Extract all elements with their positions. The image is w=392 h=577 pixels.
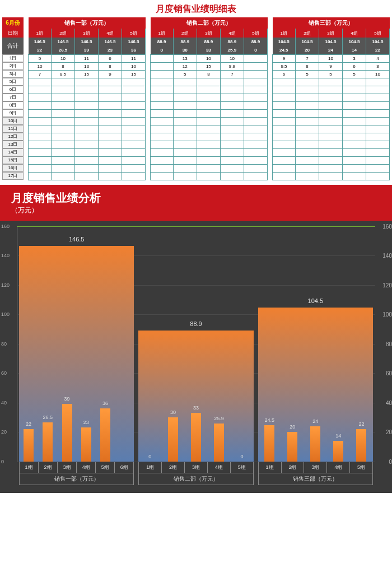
data-cell[interactable] [244, 78, 267, 86]
data-cell[interactable] [244, 86, 267, 94]
data-cell[interactable] [151, 86, 174, 94]
data-cell[interactable] [98, 156, 122, 164]
data-cell[interactable] [29, 109, 52, 117]
data-cell[interactable] [173, 148, 197, 156]
data-cell[interactable] [273, 156, 296, 164]
data-cell[interactable] [296, 164, 319, 172]
data-cell[interactable]: 9 [319, 62, 342, 70]
data-cell[interactable]: 10 [366, 70, 389, 78]
data-cell[interactable] [122, 125, 145, 133]
data-cell[interactable] [151, 133, 174, 141]
data-cell[interactable]: 8 [52, 62, 75, 70]
data-cell[interactable] [74, 156, 98, 164]
data-cell[interactable] [151, 101, 174, 109]
data-cell[interactable] [29, 78, 52, 86]
data-cell[interactable]: 15 [197, 62, 220, 70]
data-cell[interactable] [173, 78, 197, 86]
data-cell[interactable] [151, 94, 174, 101]
data-cell[interactable] [52, 156, 75, 164]
data-cell[interactable] [197, 117, 220, 125]
data-cell[interactable] [98, 101, 122, 109]
data-cell[interactable] [151, 125, 174, 133]
data-cell[interactable] [220, 164, 244, 172]
data-cell[interactable]: 12 [173, 62, 197, 70]
data-cell[interactable] [151, 141, 174, 148]
data-cell[interactable] [173, 164, 197, 172]
data-cell[interactable] [366, 156, 389, 164]
data-cell[interactable] [296, 117, 319, 125]
data-cell[interactable] [366, 78, 389, 86]
data-cell[interactable] [98, 133, 122, 141]
data-cell[interactable] [220, 125, 244, 133]
data-cell[interactable] [74, 133, 98, 141]
data-cell[interactable]: 10 [29, 62, 52, 70]
data-cell[interactable] [244, 70, 267, 78]
data-cell[interactable] [173, 101, 197, 109]
data-cell[interactable] [319, 148, 342, 156]
data-cell[interactable] [173, 156, 197, 164]
data-cell[interactable] [151, 172, 174, 180]
data-cell[interactable] [151, 148, 174, 156]
data-cell[interactable] [151, 54, 174, 62]
data-cell[interactable] [319, 172, 342, 180]
data-cell[interactable] [319, 125, 342, 133]
data-cell[interactable] [296, 94, 319, 101]
data-cell[interactable] [244, 148, 267, 156]
data-cell[interactable]: 3 [342, 54, 366, 62]
data-cell[interactable]: 10 [220, 54, 244, 62]
data-cell[interactable] [29, 125, 52, 133]
data-cell[interactable] [244, 117, 267, 125]
data-cell[interactable] [366, 164, 389, 172]
data-cell[interactable] [29, 117, 52, 125]
data-cell[interactable] [173, 94, 197, 101]
data-cell[interactable] [220, 78, 244, 86]
data-cell[interactable] [273, 78, 296, 86]
data-cell[interactable] [173, 141, 197, 148]
data-cell[interactable] [273, 117, 296, 125]
data-cell[interactable]: 9 [273, 54, 296, 62]
data-cell[interactable] [296, 141, 319, 148]
data-cell[interactable]: 7 [29, 70, 52, 78]
data-cell[interactable] [366, 94, 389, 101]
data-cell[interactable] [342, 164, 366, 172]
data-cell[interactable] [273, 133, 296, 141]
data-cell[interactable] [173, 117, 197, 125]
data-cell[interactable] [173, 109, 197, 117]
data-cell[interactable] [296, 172, 319, 180]
data-cell[interactable] [151, 70, 174, 78]
data-cell[interactable] [366, 148, 389, 156]
data-cell[interactable] [52, 125, 75, 133]
data-cell[interactable] [366, 109, 389, 117]
data-cell[interactable] [220, 101, 244, 109]
data-cell[interactable] [296, 156, 319, 164]
data-cell[interactable] [197, 172, 220, 180]
data-cell[interactable] [74, 94, 98, 101]
data-cell[interactable] [220, 94, 244, 101]
data-cell[interactable]: 7 [296, 54, 319, 62]
data-cell[interactable] [342, 94, 366, 101]
data-cell[interactable] [342, 148, 366, 156]
data-cell[interactable] [74, 109, 98, 117]
data-cell[interactable] [74, 148, 98, 156]
data-cell[interactable] [319, 164, 342, 172]
data-cell[interactable]: 9 [98, 70, 122, 78]
data-cell[interactable] [296, 148, 319, 156]
data-cell[interactable] [74, 101, 98, 109]
data-cell[interactable] [273, 148, 296, 156]
data-cell[interactable] [197, 101, 220, 109]
data-cell[interactable] [122, 148, 145, 156]
data-cell[interactable]: 6 [342, 62, 366, 70]
data-cell[interactable] [319, 156, 342, 164]
data-cell[interactable] [98, 78, 122, 86]
data-cell[interactable] [244, 94, 267, 101]
data-cell[interactable] [52, 117, 75, 125]
data-cell[interactable]: 11 [74, 54, 98, 62]
data-cell[interactable] [366, 141, 389, 148]
data-cell[interactable] [342, 125, 366, 133]
data-cell[interactable] [273, 101, 296, 109]
data-cell[interactable] [296, 86, 319, 94]
data-cell[interactable]: 10 [52, 54, 75, 62]
data-cell[interactable] [342, 109, 366, 117]
data-cell[interactable] [197, 164, 220, 172]
data-cell[interactable]: 8 [98, 62, 122, 70]
